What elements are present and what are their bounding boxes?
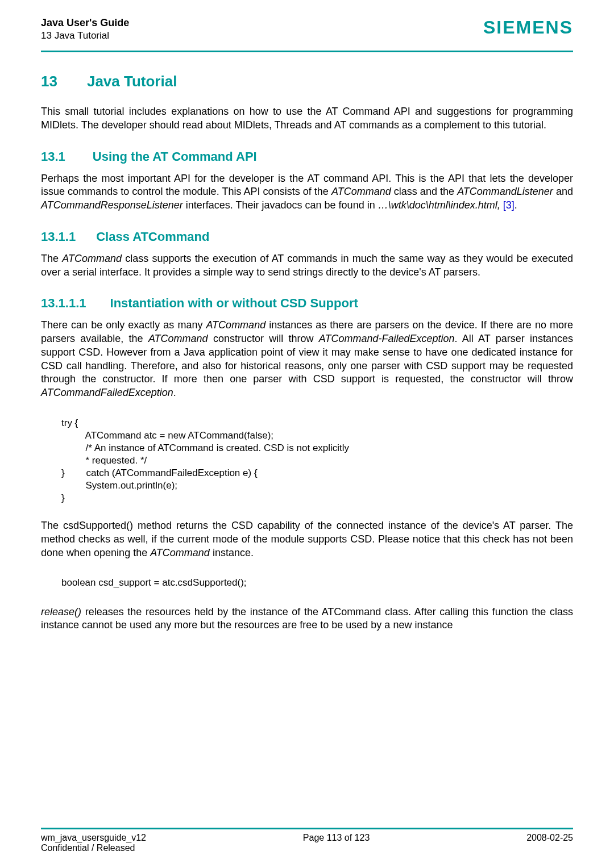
section-reference: 13 Java Tutorial <box>41 30 129 41</box>
subsubsection-number: 13.1.1.1 <box>41 296 86 311</box>
doc-status: Confidential / Released <box>41 843 146 853</box>
csd-supported-para: The csdSupported() method returns the CS… <box>41 519 573 560</box>
italic-term: ATCommand <box>148 333 208 344</box>
italic-term: ATCommandResponseListener <box>41 199 183 211</box>
page-number: Page 113 of 123 <box>303 833 370 853</box>
section-13-1-1-heading: 13.1.1 Class ATCommand <box>41 229 573 244</box>
section-title: Using the AT Command API <box>93 149 257 164</box>
page-footer: wm_java_usersguide_v12 Confidential / Re… <box>41 823 573 853</box>
text: class and the <box>391 186 457 197</box>
doc-date: 2008-02-25 <box>526 833 573 853</box>
chapter-title: Java Tutorial <box>87 73 177 90</box>
code-block-try-catch: try { ATCommand atc = new ATCommand(fals… <box>61 417 573 505</box>
chapter-heading: 13 Java Tutorial <box>41 73 573 90</box>
chapter-number: 13 <box>41 73 57 90</box>
subsubsection-title: Instantiation with or without CSD Suppor… <box>110 296 358 311</box>
brand-logo: SIEMENS <box>483 17 573 38</box>
text: . <box>515 199 517 211</box>
italic-term: ATCommand <box>331 186 391 197</box>
guide-title: Java User's Guide <box>41 17 129 29</box>
italic-term: ATCommandFailedException <box>41 387 173 398</box>
header-left: Java User's Guide 13 Java Tutorial <box>41 17 129 41</box>
text: instance. <box>210 547 254 558</box>
section-number: 13.1 <box>41 149 65 164</box>
page-header: Java User's Guide 13 Java Tutorial SIEME… <box>41 17 573 48</box>
doc-id: wm_java_usersguide_v12 <box>41 833 146 843</box>
text: There can be only exactly as many <box>41 319 206 331</box>
subsection-title: Class ATCommand <box>96 229 209 244</box>
section-13-1-para: Perhaps the most important API for the d… <box>41 172 573 212</box>
chapter-intro: This small tutorial includes explanation… <box>41 105 573 132</box>
reference-link[interactable]: [3] <box>500 199 515 211</box>
subsection-number: 13.1.1 <box>41 229 76 244</box>
footer-left: wm_java_usersguide_v12 Confidential / Re… <box>41 833 146 853</box>
text: . <box>173 387 176 398</box>
italic-term: release() <box>41 606 81 617</box>
italic-term: ATCommandListener <box>457 186 553 197</box>
text: The csdSupported() method returns the CS… <box>41 520 573 558</box>
text: releases the resources held by the insta… <box>41 606 573 631</box>
italic-term: ATCommand-FailedException <box>319 333 455 344</box>
italic-term: ATCommand <box>206 319 265 331</box>
section-13-1-1-para: The ATCommand class supports the executi… <box>41 252 573 279</box>
section-13-1-1-1-para: There can be only exactly as many ATComm… <box>41 319 573 400</box>
text: The <box>41 253 62 264</box>
italic-term: ATCommand <box>150 547 210 558</box>
text: and <box>553 186 573 197</box>
text: constructor will throw <box>208 333 319 344</box>
header-rule <box>41 51 573 52</box>
footer-rule <box>41 828 573 829</box>
section-13-1-heading: 13.1 Using the AT Command API <box>41 149 573 164</box>
code-line-csd-support: boolean csd_support = atc.csdSupported()… <box>61 577 573 589</box>
text: interfaces. Their javadocs can be found … <box>183 199 378 211</box>
italic-term: ATCommand <box>62 253 122 264</box>
release-para: release() releases the resources held by… <box>41 606 573 633</box>
section-13-1-1-1-heading: 13.1.1.1 Instantiation with or without C… <box>41 296 573 311</box>
italic-path: …\wtk\doc\html\index.html, <box>378 199 500 211</box>
